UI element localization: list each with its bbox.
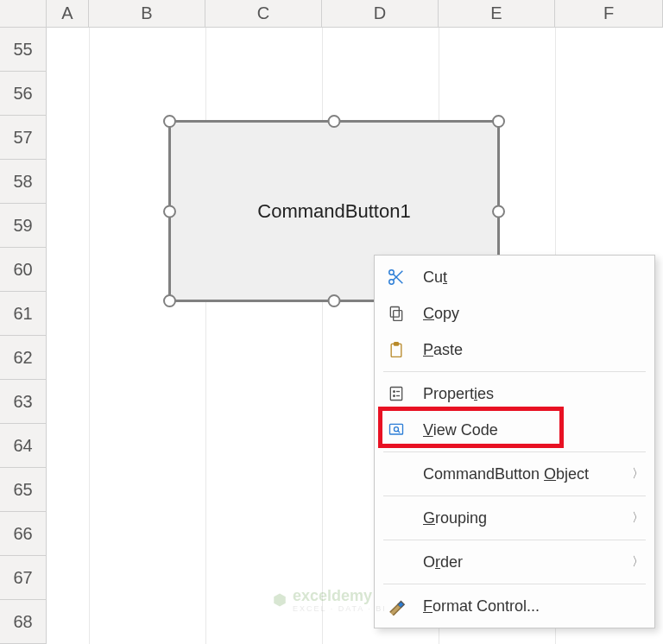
menu-label: CommandButton Object (423, 465, 628, 483)
blank-icon (385, 463, 407, 485)
col-header-E[interactable]: E (439, 0, 555, 27)
menu-format-control[interactable]: Format Control... (375, 588, 654, 624)
menu-view-code[interactable]: View Code (375, 412, 654, 448)
row-header[interactable]: 61 (0, 292, 47, 336)
menu-label: View Code (423, 421, 644, 439)
format-control-icon (385, 595, 407, 617)
resize-handle-bm[interactable] (328, 294, 341, 307)
column-headers: A B C D E F (0, 0, 663, 28)
row-header[interactable]: 62 (0, 336, 47, 380)
resize-handle-tr[interactable] (492, 115, 505, 128)
col-header-B[interactable]: B (89, 0, 205, 27)
row-header[interactable]: 55 (0, 28, 47, 72)
row-header[interactable]: 56 (0, 72, 47, 116)
menu-order[interactable]: Order 〉 (375, 544, 654, 580)
resize-handle-bl[interactable] (163, 294, 176, 307)
svg-point-0 (389, 270, 395, 275)
row-header[interactable]: 65 (0, 468, 47, 512)
svg-line-15 (398, 431, 401, 433)
paste-icon (385, 338, 407, 361)
command-button-label: CommandButton1 (257, 200, 410, 223)
col-header-C[interactable]: C (205, 0, 322, 27)
svg-point-10 (394, 395, 395, 397)
chevron-right-icon: 〉 (632, 466, 644, 482)
menu-separator (383, 540, 646, 540)
properties-icon (385, 382, 407, 405)
col-header-D[interactable]: D (322, 0, 439, 27)
logo-icon (272, 592, 287, 608)
context-menu: Cut Copy Paste Properties View Code Comm… (374, 255, 655, 628)
menu-properties[interactable]: Properties (375, 376, 654, 412)
menu-separator (383, 496, 646, 496)
row-header[interactable]: 60 (0, 248, 47, 292)
resize-handle-mr[interactable] (492, 205, 505, 218)
menu-separator (383, 584, 646, 584)
menu-cut[interactable]: Cut (375, 259, 654, 295)
menu-label: Order (423, 553, 628, 571)
row-header[interactable]: 66 (0, 512, 47, 556)
view-code-icon (385, 419, 407, 441)
menu-label: Grouping (423, 509, 628, 527)
menu-label: Properties (423, 385, 644, 403)
watermark: exceldemy EXCEL · DATA · BI (272, 587, 387, 613)
svg-rect-7 (395, 343, 399, 345)
watermark-tagline: EXCEL · DATA · BI (293, 605, 387, 613)
svg-rect-4 (394, 311, 402, 321)
menu-label: Copy (423, 305, 644, 323)
menu-separator (383, 451, 646, 452)
blank-icon (385, 507, 407, 529)
menu-label: Cut (423, 268, 644, 287)
row-header[interactable]: 64 (0, 424, 47, 468)
chevron-right-icon: 〉 (632, 554, 644, 570)
select-all-corner[interactable] (0, 0, 47, 27)
svg-rect-5 (390, 307, 399, 318)
menu-commandbutton-object[interactable]: CommandButton Object 〉 (375, 456, 654, 492)
svg-point-9 (394, 391, 395, 393)
row-header[interactable]: 57 (0, 116, 47, 160)
menu-copy[interactable]: Copy (375, 295, 654, 331)
chevron-right-icon: 〉 (632, 510, 644, 526)
menu-label: Format Control... (423, 597, 644, 616)
resize-handle-tl[interactable] (163, 115, 176, 128)
row-header[interactable]: 59 (0, 204, 47, 248)
resize-handle-tm[interactable] (328, 115, 341, 128)
svg-rect-8 (390, 388, 401, 401)
svg-point-1 (389, 280, 395, 285)
row-header[interactable]: 67 (0, 556, 47, 600)
row-headers: 55 56 57 58 59 60 61 62 63 64 65 66 67 6… (0, 28, 47, 644)
menu-grouping[interactable]: Grouping 〉 (375, 500, 654, 536)
col-header-F[interactable]: F (555, 0, 663, 27)
blank-icon (385, 551, 407, 573)
scissors-icon (385, 266, 407, 288)
copy-icon (385, 302, 407, 325)
col-header-A[interactable]: A (47, 0, 89, 27)
menu-separator (383, 371, 646, 372)
menu-label: Paste (423, 341, 644, 359)
row-header[interactable]: 63 (0, 380, 47, 424)
svg-rect-13 (390, 424, 403, 434)
watermark-brand: exceldemy (293, 587, 372, 604)
menu-paste[interactable]: Paste (375, 331, 654, 368)
row-header[interactable]: 68 (0, 600, 47, 644)
row-header[interactable]: 58 (0, 160, 47, 204)
resize-handle-ml[interactable] (163, 205, 176, 218)
